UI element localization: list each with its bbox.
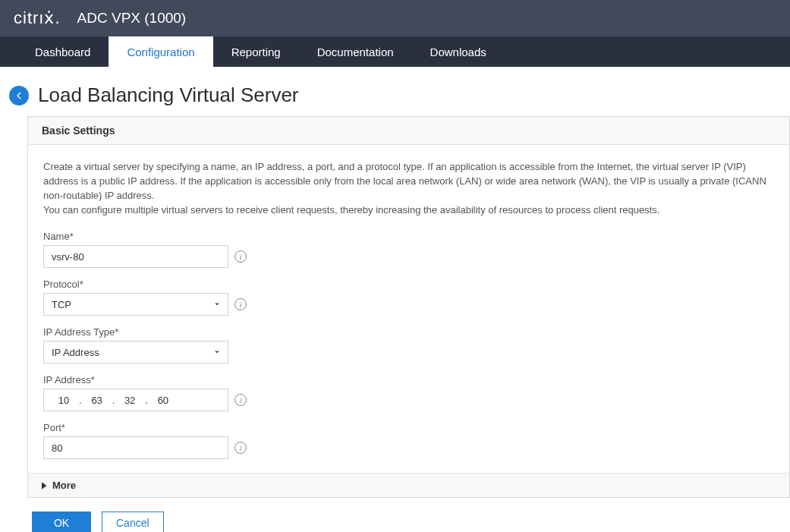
- ip-type-select[interactable]: IP Address: [43, 341, 228, 364]
- page-title: Load Balancing Virtual Server: [38, 83, 299, 107]
- help-line-1: Create a virtual server by specifying a …: [43, 161, 766, 201]
- ip-label: IP Address*: [43, 374, 774, 386]
- ip-octet-3[interactable]: [118, 394, 142, 407]
- chevron-down-icon: [212, 300, 222, 309]
- ip-input[interactable]: . . .: [43, 389, 228, 411]
- help-text: Create a virtual server by specifying a …: [43, 160, 774, 217]
- help-line-2: You can configure multiple virtual serve…: [43, 204, 659, 216]
- ok-button[interactable]: OK: [32, 512, 91, 532]
- ip-dot: .: [79, 395, 82, 406]
- more-label: More: [52, 480, 76, 491]
- info-icon[interactable]: i: [234, 250, 247, 263]
- brand-product: ADC VPX (1000): [77, 10, 187, 27]
- back-button[interactable]: [9, 86, 29, 105]
- info-icon[interactable]: i: [234, 442, 247, 454]
- cancel-button[interactable]: Cancel: [102, 512, 164, 532]
- nav-dashboard[interactable]: Dashboard: [17, 36, 109, 67]
- chevron-down-icon: [212, 348, 222, 357]
- name-input[interactable]: [43, 245, 228, 268]
- ip-octet-4[interactable]: [151, 394, 175, 407]
- brand-logo: citrıẋ.: [14, 8, 61, 28]
- nav-configuration[interactable]: Configuration: [109, 36, 212, 67]
- nav-bar: Dashboard Configuration Reporting Docume…: [0, 36, 790, 67]
- protocol-label: Protocol*: [43, 279, 774, 290]
- nav-reporting[interactable]: Reporting: [213, 36, 299, 67]
- ip-type-label: IP Address Type*: [43, 326, 774, 338]
- port-label: Port*: [43, 422, 774, 433]
- info-icon[interactable]: i: [234, 298, 247, 310]
- more-toggle[interactable]: More: [28, 473, 789, 497]
- protocol-value: TCP: [52, 299, 71, 310]
- panel-body: Create a virtual server by specifying a …: [28, 145, 789, 473]
- brand-bar: citrıẋ. ADC VPX (1000): [0, 0, 790, 36]
- ip-octet-2[interactable]: [85, 394, 109, 407]
- nav-documentation[interactable]: Documentation: [299, 36, 412, 67]
- caret-right-icon: [42, 482, 48, 490]
- panel-header: Basic Settings: [28, 117, 789, 145]
- ip-dot: .: [112, 395, 115, 406]
- nav-downloads[interactable]: Downloads: [412, 36, 505, 67]
- info-icon[interactable]: i: [234, 394, 247, 406]
- basic-settings-panel: Basic Settings Create a virtual server b…: [27, 116, 790, 498]
- ip-dot: .: [145, 395, 148, 406]
- ip-type-value: IP Address: [52, 347, 99, 358]
- protocol-select[interactable]: TCP: [43, 293, 228, 316]
- name-label: Name*: [43, 231, 774, 242]
- port-input[interactable]: [43, 436, 228, 459]
- form-footer: OK Cancel: [27, 512, 790, 532]
- ip-octet-1[interactable]: [52, 394, 76, 407]
- arrow-left-icon: [14, 90, 24, 101]
- title-row: Load Balancing Virtual Server: [0, 67, 790, 116]
